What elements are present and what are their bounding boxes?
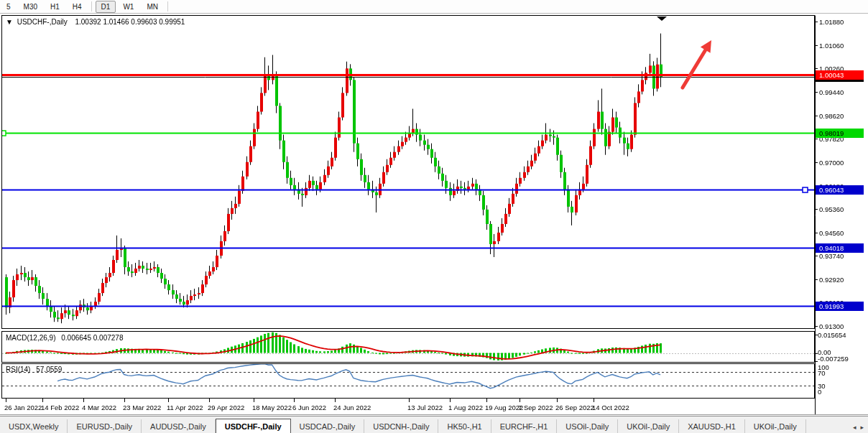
timeframe-toolbar: 5M30H1H4D1W1MN <box>0 0 868 14</box>
toolbar-separator <box>167 1 168 11</box>
symbol-tab-ukoil-daily[interactable]: UKOil-,Daily <box>745 419 806 433</box>
timeframe-button-mn[interactable]: MN <box>141 1 164 13</box>
tab-scroll-right-icon[interactable]: ▸ <box>860 424 864 431</box>
timeframe-button-5[interactable]: 5 <box>1 1 17 13</box>
tab-scroll-left-icon[interactable]: ◂ <box>853 424 857 431</box>
timeframe-button-d1[interactable]: D1 <box>96 1 116 13</box>
price-chart-canvas[interactable] <box>0 0 868 433</box>
symbol-tab-usdcad-daily[interactable]: USDCAD-,Daily <box>291 419 365 433</box>
timeframe-button-w1[interactable]: W1 <box>117 1 139 13</box>
symbol-tab-xauusd-h1[interactable]: XAUUSD-,H1 <box>679 419 745 433</box>
symbol-tab-eurusd-daily[interactable]: EURUSD-,Daily <box>68 419 142 433</box>
chart-window: 5M30H1H4D1W1MN ▼ USDCHF-,Daily 1.00392 1… <box>0 0 868 433</box>
symbol-tab-bar: USDX,WeeklyEURUSD-,DailyAUDUSD-,DailyUSD… <box>0 416 868 433</box>
tab-scroll-arrows: ◂▸ <box>849 421 868 433</box>
symbol-tab-ukoil-daily[interactable]: UKOil-,Daily <box>618 419 679 433</box>
timeframe-button-m30[interactable]: M30 <box>18 1 43 13</box>
toolbar-separator <box>91 1 92 11</box>
timeframe-button-h4[interactable]: H4 <box>67 1 88 13</box>
symbol-tab-usdx-weekly[interactable]: USDX,Weekly <box>0 419 68 433</box>
symbol-tab-usoil-daily[interactable]: USOil-,Daily <box>557 419 618 433</box>
symbol-tab-audusd-daily[interactable]: AUDUSD-,Daily <box>142 419 216 433</box>
timeframe-button-h1[interactable]: H1 <box>45 1 65 13</box>
symbol-tab-hk50-h1[interactable]: HK50-,H1 <box>438 419 491 433</box>
symbol-tab-eurchf-h1[interactable]: EURCHF-,H1 <box>491 419 558 433</box>
symbol-tab-usdcnh-daily[interactable]: USDCNH-,Daily <box>364 419 438 433</box>
symbol-tab-usdchf-daily[interactable]: USDCHF-,Daily <box>216 419 291 433</box>
